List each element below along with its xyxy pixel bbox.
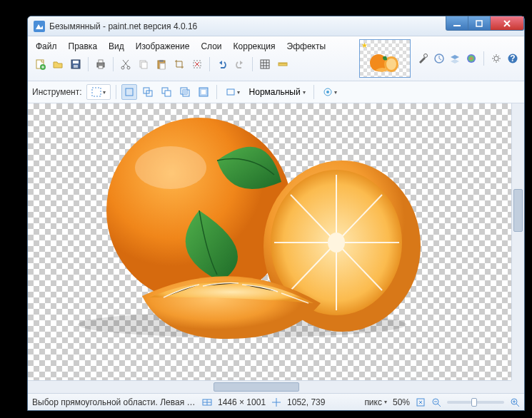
copy-button[interactable] <box>136 56 151 72</box>
selection-rect-icon[interactable] <box>121 84 137 100</box>
zoom-out-icon[interactable] <box>431 397 441 407</box>
paste-button[interactable] <box>154 56 169 72</box>
svg-text:?: ? <box>510 53 515 63</box>
undo-button[interactable] <box>214 56 230 72</box>
svg-rect-35 <box>165 91 171 96</box>
app-window: Безымянный - paint.net версия 4.0.16 Фай… <box>27 16 525 411</box>
redo-button[interactable] <box>232 56 248 72</box>
zoom-in-icon[interactable] <box>510 397 520 407</box>
window-controls <box>446 16 524 31</box>
slider-handle[interactable] <box>471 398 477 407</box>
new-button[interactable] <box>32 56 48 72</box>
separator-icon <box>209 57 210 71</box>
image-thumbnail-panel: ★ <box>353 36 417 81</box>
save-button[interactable] <box>68 56 84 72</box>
canvas-area <box>28 103 524 393</box>
scrollbar-thumb[interactable] <box>214 382 299 392</box>
separator-icon <box>216 85 217 99</box>
menu-image[interactable]: Изображение <box>131 39 195 53</box>
title-bar[interactable]: Безымянный - paint.net версия 4.0.16 <box>28 16 524 36</box>
scrollbar-corner <box>511 380 524 393</box>
menu-adjust[interactable]: Коррекция <box>229 39 281 53</box>
open-button[interactable] <box>50 56 66 72</box>
cut-button[interactable] <box>118 56 134 72</box>
svg-rect-9 <box>99 60 103 63</box>
svg-rect-1 <box>453 25 461 26</box>
crop-button[interactable] <box>171 56 187 72</box>
svg-point-26 <box>467 54 476 63</box>
unit-label: пикс <box>364 397 382 407</box>
vertical-scrollbar[interactable] <box>511 103 524 380</box>
selection-intersect-icon[interactable] <box>177 84 193 100</box>
deselect-button[interactable] <box>189 56 205 72</box>
horizontal-scrollbar[interactable] <box>28 380 511 393</box>
menu-view[interactable]: Вид <box>104 39 129 53</box>
modified-star-icon: ★ <box>361 41 368 49</box>
svg-rect-14 <box>141 62 147 68</box>
canvas[interactable] <box>28 103 511 380</box>
sampling-dropdown[interactable]: ▾ <box>319 84 341 100</box>
tool-label: Инструмент: <box>32 87 82 97</box>
colors-window-icon[interactable] <box>466 51 478 66</box>
ruler-button[interactable] <box>275 56 291 72</box>
menu-file[interactable]: Файл <box>31 39 62 53</box>
svg-rect-17 <box>160 63 165 69</box>
aux-toolbar: ? <box>417 36 524 81</box>
scrollbar-thumb[interactable] <box>513 189 523 232</box>
unit-dropdown[interactable]: пикс▾ <box>364 397 387 407</box>
selection-shape-dropdown[interactable]: ▾ <box>222 84 244 100</box>
selection-subtract-icon[interactable] <box>159 84 174 100</box>
grid-button[interactable] <box>257 56 273 72</box>
svg-rect-38 <box>183 90 187 94</box>
svg-rect-7 <box>74 65 78 68</box>
main-toolbar <box>28 55 353 75</box>
tools-window-icon[interactable] <box>417 51 429 66</box>
blend-mode-dropdown[interactable]: Нормальный▾ <box>246 86 308 98</box>
zoom-fit-icon[interactable] <box>416 397 426 407</box>
svg-rect-6 <box>73 61 79 63</box>
settings-icon[interactable] <box>491 51 503 66</box>
window-title: Безымянный - paint.net версия 4.0.16 <box>49 21 197 31</box>
zoom-slider[interactable] <box>447 401 504 404</box>
separator-icon <box>252 57 253 71</box>
tool-options-bar: Инструмент: ▾ ▾ Нормальный▾ ▾ <box>28 81 524 103</box>
selection-invert-icon[interactable] <box>196 84 211 100</box>
svg-rect-19 <box>261 60 269 68</box>
svg-rect-31 <box>126 88 133 96</box>
svg-rect-41 <box>227 89 234 95</box>
svg-rect-2 <box>476 21 482 26</box>
svg-point-24 <box>424 54 428 58</box>
close-button[interactable] <box>490 16 524 31</box>
menu-edit[interactable]: Правка <box>64 39 103 53</box>
menu-and-toolbar: Файл Правка Вид Изображение Слои Коррекц… <box>28 36 353 81</box>
svg-point-43 <box>326 91 329 93</box>
canvas-image <box>56 103 428 339</box>
separator-icon <box>116 85 116 99</box>
separator-icon <box>313 85 314 99</box>
image-size-value: 1446 × 1001 <box>218 397 266 407</box>
menu-layers[interactable]: Слои <box>196 39 226 53</box>
svg-rect-30 <box>92 88 101 96</box>
status-hint: Выбор прямоугольной области. Левая кнопк… <box>32 397 196 407</box>
help-icon[interactable]: ? <box>506 51 518 66</box>
app-icon <box>34 21 45 32</box>
layers-window-icon[interactable] <box>449 51 461 66</box>
chevron-down-icon: ▾ <box>237 89 240 96</box>
current-tool-dropdown[interactable]: ▾ <box>86 84 111 100</box>
svg-rect-10 <box>99 66 103 68</box>
zoom-value: 50% <box>393 397 410 407</box>
selection-add-icon[interactable] <box>140 84 156 100</box>
image-size-icon <box>202 397 212 407</box>
separator-icon <box>88 57 89 71</box>
print-button[interactable] <box>93 56 109 72</box>
cursor-position-value: 1052, 739 <box>287 397 325 407</box>
minimize-button[interactable] <box>446 16 468 31</box>
image-thumbnail[interactable]: ★ <box>359 39 411 78</box>
maximize-button[interactable] <box>468 16 491 31</box>
svg-point-53 <box>328 233 345 253</box>
menu-bar: Файл Правка Вид Изображение Слои Коррекц… <box>28 36 353 55</box>
chevron-down-icon: ▾ <box>384 399 387 405</box>
history-window-icon[interactable] <box>433 51 446 66</box>
menu-effects[interactable]: Эффекты <box>282 39 331 53</box>
chevron-down-icon: ▾ <box>103 89 106 96</box>
